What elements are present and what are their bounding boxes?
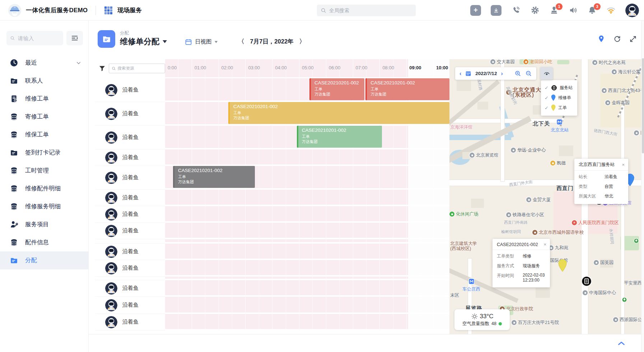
refresh-button[interactable] xyxy=(613,35,621,43)
prev-day-button[interactable]: 〈 xyxy=(238,37,244,46)
timeline-cell[interactable] xyxy=(165,260,449,277)
timeline-cell[interactable]: CASE20210201-002工单万达集团 xyxy=(165,166,449,190)
timeline-cell[interactable]: CASE20210201-002工单万达集团CASE20210201-002工单… xyxy=(165,78,449,102)
timeline-cell[interactable] xyxy=(165,314,449,330)
map-marker-pin-yellow[interactable] xyxy=(558,259,567,272)
zoom-out-icon[interactable] xyxy=(525,70,532,77)
phone-icon[interactable] xyxy=(511,6,521,15)
resource-cell[interactable]: 沿着鱼 xyxy=(95,314,165,330)
resource-cell[interactable]: 沿着鱼 xyxy=(95,190,165,206)
user-avatar[interactable] xyxy=(625,4,639,17)
resource-cell[interactable]: 沿着鱼 xyxy=(95,244,165,260)
module-title[interactable]: 现场服务 xyxy=(117,6,142,14)
sidebar-item-配件信息[interactable]: 配件信息 xyxy=(0,233,88,251)
resource-cell[interactable]: 沿着鱼 xyxy=(95,206,165,223)
sidebar-item-寄修工单[interactable]: 寄修工单 xyxy=(0,108,88,126)
map-label-text: 京海洋洋馆 xyxy=(450,125,473,130)
map-marker-tree[interactable] xyxy=(634,238,639,244)
resource-search[interactable] xyxy=(109,64,165,73)
map-label-text: 海云轩公寓 xyxy=(618,69,641,74)
bell-icon[interactable]: 3 xyxy=(587,6,597,15)
close-icon[interactable]: × xyxy=(619,162,625,167)
view-select[interactable]: 日视图 xyxy=(185,38,218,46)
timeline-cell[interactable]: CASE20210201-002工单万达集团 xyxy=(165,102,449,126)
resource-name: 沿着鱼 xyxy=(122,227,139,234)
vertical-scrollbar[interactable] xyxy=(641,20,644,352)
timeline-cell[interactable] xyxy=(165,206,449,223)
map-marker-station[interactable] xyxy=(581,276,592,287)
add-button[interactable]: + xyxy=(470,5,481,16)
global-search-input[interactable] xyxy=(329,8,412,13)
sidebar-item-工时管理[interactable]: 工时管理 xyxy=(0,162,88,180)
sidebar-item-维修配件明细[interactable]: 维修配件明细 xyxy=(0,180,88,198)
sidebar-item-服务项目[interactable]: 服务项目 xyxy=(0,216,88,233)
sidebar-item-分配[interactable]: 分配 xyxy=(0,251,88,269)
sidebar: 最近联系人维修工单寄修工单维保工单签到打卡记录工时管理维修配件明细维修服务明细服… xyxy=(0,20,89,352)
resource-cell[interactable]: 沿着鱼 xyxy=(95,297,165,314)
timeline-cell[interactable] xyxy=(165,239,449,244)
task-bar[interactable]: CASE20210201-002工单万达集团 xyxy=(228,102,449,124)
sidebar-collapse-button[interactable] xyxy=(66,31,83,45)
timeline-cell[interactable] xyxy=(165,280,449,297)
scheduler-row: 沿着鱼 xyxy=(95,190,449,206)
popup-field-value: 沿着鱼 xyxy=(605,174,617,180)
download-button[interactable] xyxy=(491,5,501,16)
timeline-cell[interactable]: CASE20210201-002工单万达集团 xyxy=(165,126,449,149)
sidebar-item-维修工单[interactable]: 维修工单 xyxy=(0,90,88,108)
zoom-in-icon[interactable] xyxy=(514,70,521,77)
close-icon[interactable]: × xyxy=(541,242,546,247)
popup-field-value: 维修 xyxy=(523,253,531,259)
task-bar[interactable]: CASE20210201-002工单万达集团 xyxy=(365,78,449,100)
sidebar-item-签到打卡记录[interactable]: 签到打卡记录 xyxy=(0,144,88,162)
resource-cell[interactable]: 沿着鱼 xyxy=(95,223,165,239)
speaker-icon[interactable] xyxy=(568,6,578,15)
resource-cell[interactable]: 沿着鱼 xyxy=(95,149,165,166)
map-label: 中海国际中心 xyxy=(583,290,616,295)
layer-visibility-button[interactable] xyxy=(540,67,553,80)
sidebar-item-维修服务明细[interactable]: 维修服务明细 xyxy=(0,198,88,216)
legend-item-维修单[interactable]: ✓维修单 xyxy=(541,93,577,103)
fullscreen-expand-button[interactable] xyxy=(629,35,637,43)
resource-cell[interactable]: 沿着鱼 xyxy=(95,166,165,190)
sidebar-search-input[interactable] xyxy=(18,35,60,41)
legend-item-服务站[interactable]: ✓服务站 xyxy=(541,83,577,93)
page-title-dropdown[interactable]: 维修单分配 xyxy=(120,36,167,47)
resource-cell[interactable]: 沿着鱼 xyxy=(95,78,165,102)
map-marker-metro[interactable] xyxy=(556,119,563,125)
resource-search-input[interactable] xyxy=(117,66,162,70)
timeline-cell[interactable] xyxy=(165,297,449,314)
map-prev-day-button[interactable]: ‹ xyxy=(459,70,461,77)
map-marker-tree[interactable] xyxy=(622,297,627,302)
timeline-cell[interactable] xyxy=(165,277,449,280)
filter-funnel-icon[interactable] xyxy=(99,65,106,72)
sidebar-search[interactable] xyxy=(6,31,63,45)
timeline-cell[interactable] xyxy=(165,149,449,166)
timeline-cell[interactable] xyxy=(165,244,449,260)
task-bar[interactable]: CASE20210201-002工单万达集团 xyxy=(309,78,364,100)
task-bar[interactable]: CASE20210201-002工单万达集团 xyxy=(173,166,255,188)
locate-pin-button[interactable] xyxy=(597,35,605,43)
chevron-down-icon[interactable] xyxy=(76,60,81,65)
resource-cell[interactable]: 沿着鱼 xyxy=(95,280,165,297)
sidebar-item-维保工单[interactable]: 维保工单 xyxy=(0,126,88,144)
timeline-cell[interactable] xyxy=(165,190,449,206)
settings-gear-icon[interactable] xyxy=(530,6,540,15)
task-org: 万达集团 xyxy=(233,115,449,120)
sidebar-item-联系人[interactable]: 联系人 xyxy=(0,72,88,90)
sidebar-item-最近[interactable]: 最近 xyxy=(0,54,88,72)
global-search[interactable] xyxy=(317,5,416,16)
wifi-icon[interactable] xyxy=(606,6,616,15)
stamp-icon[interactable]: 1 xyxy=(549,6,559,15)
timeline-cell[interactable] xyxy=(165,223,449,239)
legend-item-工单[interactable]: ✓工单 xyxy=(541,103,577,113)
map-next-day-button[interactable]: › xyxy=(501,70,503,77)
resource-cell[interactable]: 沿着鱼 xyxy=(95,102,165,126)
scrollbar-thumb[interactable] xyxy=(642,58,644,153)
map-marker-metro[interactable] xyxy=(468,278,475,284)
resource-cell[interactable]: 沿着鱼 xyxy=(95,260,165,277)
resource-cell[interactable]: 沿着鱼 xyxy=(95,126,165,149)
map-panel[interactable]: 交大嘉园老回回小吃时代之光名苑海云轩公寓北京交通大学(东校区)西直门北大街43号… xyxy=(449,59,641,334)
task-bar[interactable]: CASE20210201-002工单万达集团 xyxy=(297,126,382,148)
collapse-up-button[interactable] xyxy=(617,339,626,348)
next-day-button[interactable]: 〉 xyxy=(299,37,305,46)
